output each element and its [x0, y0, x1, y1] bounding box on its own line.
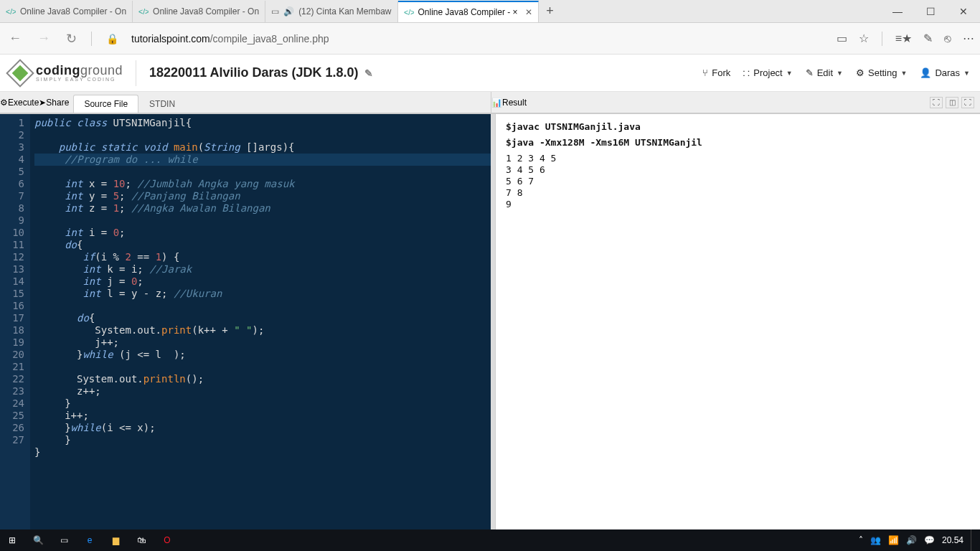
- site-icon: </>: [404, 7, 414, 17]
- browser-tab[interactable]: </> Online Java8 Compiler - On: [0, 1, 133, 22]
- url-field[interactable]: tutorialspoint.com/compile_java8_online.…: [131, 33, 826, 44]
- execute-button[interactable]: ⚙Execute: [0, 98, 39, 108]
- logo[interactable]: codingground SIMPLY EASY CODING: [10, 63, 123, 83]
- favorites-list-icon[interactable]: ≡★: [895, 32, 912, 45]
- url-path: /compile_java8_online.php: [210, 33, 329, 44]
- windows-taskbar: ⊞ 🔍 ▭ e ▆ 🛍 O ˄ 👥 📶 🔊 💬 20.54: [0, 529, 980, 551]
- taskbar-clock[interactable]: 20.54: [942, 535, 963, 545]
- code-editor[interactable]: 1234567891011121314151617181920212223242…: [0, 114, 491, 529]
- share-label: Share: [46, 98, 69, 108]
- task-view-button[interactable]: ▭: [52, 529, 76, 551]
- explorer-taskbar-icon[interactable]: ▆: [103, 529, 128, 551]
- chevron-down-icon: ▼: [786, 70, 793, 77]
- chevron-down-icon: ▼: [963, 70, 970, 77]
- action-center-icon[interactable]: 💬: [924, 535, 935, 545]
- close-tab-icon[interactable]: ✕: [525, 7, 532, 17]
- result-label: Result: [502, 98, 527, 108]
- fork-label: Fork: [712, 67, 730, 78]
- pencil-icon: ✎: [806, 67, 814, 78]
- fork-button[interactable]: ⑂Fork: [702, 67, 730, 78]
- project-label: Project: [753, 67, 782, 78]
- output-body: 1 2 3 4 5 3 4 5 6 5 6 7 7 8 9: [506, 153, 970, 210]
- more-icon[interactable]: ⋯: [963, 32, 974, 45]
- edge-taskbar-icon[interactable]: e: [77, 529, 102, 551]
- chart-icon: 📊: [491, 98, 502, 108]
- logo-text-main: coding: [36, 63, 80, 77]
- window-close-button[interactable]: ✕: [947, 0, 980, 23]
- wifi-icon[interactable]: 📶: [888, 535, 899, 545]
- layout-button-2[interactable]: ◫: [946, 97, 958, 108]
- page-header: codingground SIMPLY EASY CODING 18220011…: [0, 55, 980, 92]
- browser-tab-active[interactable]: </> Online Java8 Compiler - × ✕: [398, 1, 539, 22]
- browser-tab[interactable]: </> Online Java8 Compiler - On: [133, 1, 265, 22]
- forward-button[interactable]: →: [34, 31, 53, 46]
- refresh-button[interactable]: ↻: [63, 31, 80, 47]
- window-minimize-button[interactable]: —: [881, 0, 914, 23]
- tab-source-file[interactable]: Source File: [73, 95, 138, 113]
- code-area[interactable]: public class UTSNIMGanjil{ public static…: [30, 114, 491, 529]
- favorite-icon[interactable]: ☆: [859, 32, 869, 45]
- people-icon[interactable]: 👥: [870, 535, 881, 545]
- browser-tab-bar: </> Online Java8 Compiler - On </> Onlin…: [0, 0, 980, 23]
- edit-label: Edit: [817, 67, 833, 78]
- share-icon: ➤: [39, 98, 46, 108]
- user-label: Daras: [935, 67, 960, 78]
- tab-stdin[interactable]: STDIN: [138, 95, 186, 113]
- tab-stdin-label: STDIN: [149, 99, 175, 109]
- separator: [91, 32, 92, 46]
- tab-source-label: Source File: [84, 99, 128, 109]
- notes-icon[interactable]: ✎: [923, 32, 933, 45]
- window-maximize-button[interactable]: ☐: [914, 0, 947, 23]
- lock-icon: 🔒: [103, 33, 121, 44]
- svg-text:</>: </>: [6, 6, 16, 15]
- tab-title: (12) Cinta Kan Membaw: [298, 6, 391, 17]
- layout-button-3[interactable]: ⛶: [961, 97, 974, 108]
- logo-text-sub: ground: [80, 63, 123, 77]
- layout-button-1[interactable]: ⛶: [930, 97, 943, 108]
- store-taskbar-icon[interactable]: 🛍: [129, 529, 154, 551]
- separator: [882, 32, 882, 46]
- volume-icon[interactable]: 🔊: [906, 535, 917, 545]
- url-host: tutorialspoint.com: [131, 33, 210, 44]
- search-button[interactable]: 🔍: [26, 529, 50, 551]
- setting-menu[interactable]: ⚙Setting▼: [856, 67, 907, 78]
- reading-view-icon[interactable]: ▭: [837, 32, 847, 45]
- chevron-down-icon: ▼: [900, 70, 907, 77]
- tab-title: Online Java8 Compiler - ×: [418, 7, 518, 17]
- output-cmd-2: $java -Xmx128M -Xms16M UTSNIMGanjil: [506, 137, 970, 149]
- share-button[interactable]: ➤Share: [39, 98, 69, 108]
- sound-icon: 🔊: [283, 6, 294, 17]
- divider: [136, 60, 136, 86]
- tab-back-icon: ▭: [271, 6, 279, 17]
- project-menu[interactable]: ⸬Project▼: [743, 67, 792, 79]
- svg-text:</>: </>: [404, 7, 414, 16]
- svg-text:</>: </>: [138, 6, 149, 15]
- new-tab-button[interactable]: +: [539, 4, 562, 19]
- share-page-icon[interactable]: ⎋: [944, 32, 951, 45]
- tree-icon: ⸬: [743, 67, 750, 79]
- setting-label: Setting: [868, 67, 897, 78]
- gear-run-icon: ⚙: [0, 98, 8, 108]
- result-label-area: 📊Result: [491, 98, 527, 108]
- opera-taskbar-icon[interactable]: O: [155, 529, 179, 551]
- tray-up-icon[interactable]: ˄: [859, 535, 863, 545]
- browser-address-bar: ← → ↻ 🔒 tutorialspoint.com/compile_java8…: [0, 23, 980, 55]
- logo-tagline: SIMPLY EASY CODING: [36, 77, 123, 82]
- show-desktop[interactable]: [971, 529, 976, 551]
- user-icon: 👤: [920, 67, 931, 78]
- edit-menu[interactable]: ✎Edit▼: [806, 67, 843, 78]
- gear-icon: ⚙: [856, 67, 864, 78]
- tab-title: Online Java8 Compiler - On: [153, 6, 259, 17]
- browser-tab[interactable]: ▭ 🔊 (12) Cinta Kan Membaw: [265, 1, 397, 22]
- output-cmd-1: $javac UTSNIMGanjil.java: [506, 121, 970, 133]
- user-menu[interactable]: 👤Daras▼: [920, 67, 970, 78]
- output-pane: $javac UTSNIMGanjil.java $java -Xmx128M …: [495, 114, 980, 529]
- back-button[interactable]: ←: [6, 31, 24, 46]
- project-title: 18220011 Alvilio Daras (JDK 1.8.0): [149, 65, 359, 80]
- site-icon: </>: [138, 6, 149, 17]
- tab-title: Online Java8 Compiler - On: [20, 6, 126, 17]
- edit-title-icon[interactable]: ✎: [364, 67, 373, 79]
- site-icon: </>: [6, 6, 16, 17]
- chevron-down-icon: ▼: [837, 70, 843, 77]
- start-button[interactable]: ⊞: [0, 529, 24, 551]
